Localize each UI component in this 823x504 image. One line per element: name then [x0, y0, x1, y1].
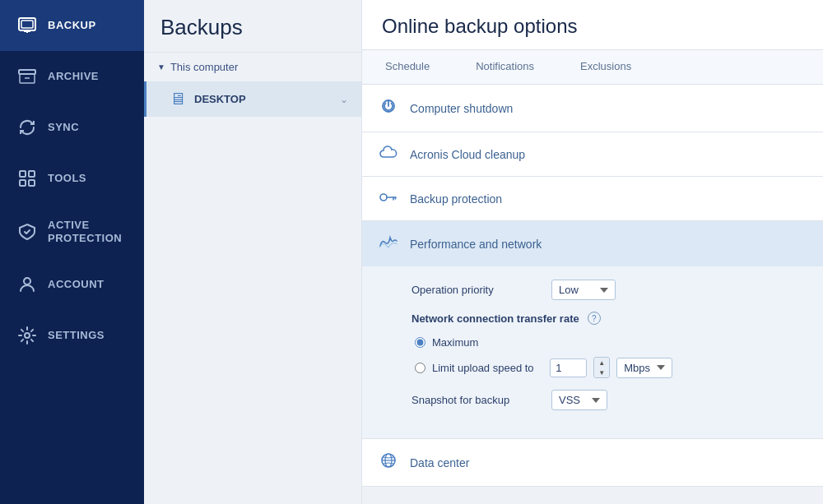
snapshot-backup-dropdown[interactable]: VSS None	[551, 390, 607, 410]
expanded-panel-performance: Operation priority Low Normal High Netwo…	[362, 266, 823, 439]
main-title: Online backup options	[382, 15, 803, 38]
main-header: Online backup options	[362, 0, 823, 50]
tab-exclusions[interactable]: Exclusions	[557, 50, 654, 84]
snapshot-backup-label: Snapshot for backup	[412, 394, 543, 406]
globe-icon	[379, 452, 398, 473]
tools-icon	[16, 168, 38, 189]
option-label-performance-network: Performance and network	[410, 238, 542, 251]
radio-row-maximum: Maximum	[415, 336, 803, 349]
options-list: Computer shutdown Acronis Cloud cleanup	[362, 85, 823, 504]
spin-down-button[interactable]: ▼	[594, 368, 609, 377]
option-row-backup-protection[interactable]: Backup protection	[362, 177, 823, 221]
help-icon[interactable]: ?	[588, 312, 601, 325]
main-content: Online backup options Schedule Notificat…	[362, 0, 823, 504]
option-label-acronis-cloud: Acronis Cloud cleanup	[410, 148, 525, 161]
computer-shutdown-icon	[379, 98, 398, 118]
sync-icon	[16, 117, 38, 138]
radio-maximum[interactable]	[415, 337, 425, 348]
option-label-backup-protection: Backup protection	[410, 192, 502, 206]
operation-priority-dropdown[interactable]: Low Normal High	[551, 280, 616, 300]
tree-section-header[interactable]: ▼ This computer	[144, 53, 361, 81]
radio-row-limit: Limit upload speed to ▲ ▼ Mbps Kbps	[415, 357, 803, 378]
spin-box: ▲ ▼	[593, 357, 610, 378]
radio-limit-label: Limit upload speed to	[432, 362, 534, 374]
sidebar-item-backup[interactable]: BACKUP	[0, 0, 144, 51]
file-panel: Backups ▼ This computer 🖥 DESKTOP ⌄	[144, 0, 362, 504]
account-icon	[16, 274, 38, 295]
svg-rect-8	[29, 171, 35, 177]
sidebar-item-active-protection[interactable]: ACTIVE PROTECTION	[0, 204, 144, 259]
sidebar-item-tools[interactable]: TOOLS	[0, 153, 144, 204]
tree-item-desktop[interactable]: 🖥 DESKTOP ⌄	[144, 81, 361, 117]
sidebar-item-account-label: ACCOUNT	[48, 278, 105, 291]
limit-upload-speed-input[interactable]	[550, 358, 587, 377]
tree-section-label: This computer	[170, 61, 238, 73]
spin-up-button[interactable]: ▲	[594, 358, 609, 368]
svg-rect-1	[21, 21, 33, 28]
tab-schedule[interactable]: Schedule	[362, 50, 453, 84]
cloud-icon	[379, 146, 398, 163]
sidebar-item-account[interactable]: ACCOUNT	[0, 259, 144, 310]
unit-dropdown[interactable]: Mbps Kbps	[616, 358, 672, 378]
svg-rect-10	[29, 180, 35, 186]
tab-notifications[interactable]: Notifications	[453, 50, 557, 84]
sidebar-item-backup-label: BACKUP	[48, 19, 96, 32]
svg-point-12	[25, 333, 30, 338]
file-panel-title: Backups	[144, 0, 361, 53]
sidebar-item-tools-label: TOOLS	[48, 172, 86, 185]
tree-arrow-icon: ▼	[157, 62, 165, 72]
option-row-data-center[interactable]: Data center	[362, 439, 823, 487]
radio-maximum-label: Maximum	[432, 336, 478, 349]
svg-point-15	[380, 194, 387, 201]
sidebar-item-sync[interactable]: SYNC	[0, 102, 144, 153]
sidebar-item-active-protection-label: ACTIVE PROTECTION	[48, 219, 128, 244]
operation-priority-label: Operation priority	[412, 284, 543, 296]
tabs: Schedule Notifications Exclusions	[362, 50, 823, 85]
network-transfer-rate-label: Network connection transfer rate	[412, 312, 579, 325]
option-row-acronis-cloud[interactable]: Acronis Cloud cleanup	[362, 132, 823, 177]
settings-icon	[16, 325, 38, 346]
svg-rect-7	[20, 171, 26, 177]
radio-group-network: Maximum Limit upload speed to ▲ ▼ Mbps K…	[412, 336, 803, 378]
tree-item-chevron-icon: ⌄	[340, 94, 348, 105]
option-row-performance-network[interactable]: Performance and network	[362, 221, 823, 266]
option-label-computer-shutdown: Computer shutdown	[410, 102, 513, 115]
sidebar-item-settings[interactable]: SETTINGS	[0, 310, 144, 361]
operation-priority-row: Operation priority Low Normal High	[412, 280, 803, 300]
backup-icon	[16, 15, 38, 36]
option-row-computer-shutdown[interactable]: Computer shutdown	[362, 85, 823, 132]
svg-rect-9	[20, 180, 26, 186]
radio-limit[interactable]	[415, 363, 425, 373]
svg-point-11	[24, 278, 30, 284]
sidebar-item-archive-label: ARCHIVE	[48, 70, 99, 83]
shield-icon	[16, 221, 38, 243]
sidebar: BACKUP ARCHIVE SYNC	[0, 0, 144, 504]
key-icon	[379, 190, 398, 207]
network-transfer-rate-row: Network connection transfer rate ?	[412, 312, 803, 325]
sidebar-item-archive[interactable]: ARCHIVE	[0, 51, 144, 102]
tree-item-desktop-label: DESKTOP	[194, 93, 332, 105]
snapshot-backup-row: Snapshot for backup VSS None	[412, 390, 803, 410]
desktop-icon: 🖥	[170, 90, 186, 109]
sidebar-item-settings-label: SETTINGS	[48, 329, 105, 342]
option-label-data-center: Data center	[410, 456, 469, 469]
performance-icon	[379, 234, 398, 253]
sidebar-item-sync-label: SYNC	[48, 121, 79, 134]
archive-icon	[16, 66, 38, 87]
